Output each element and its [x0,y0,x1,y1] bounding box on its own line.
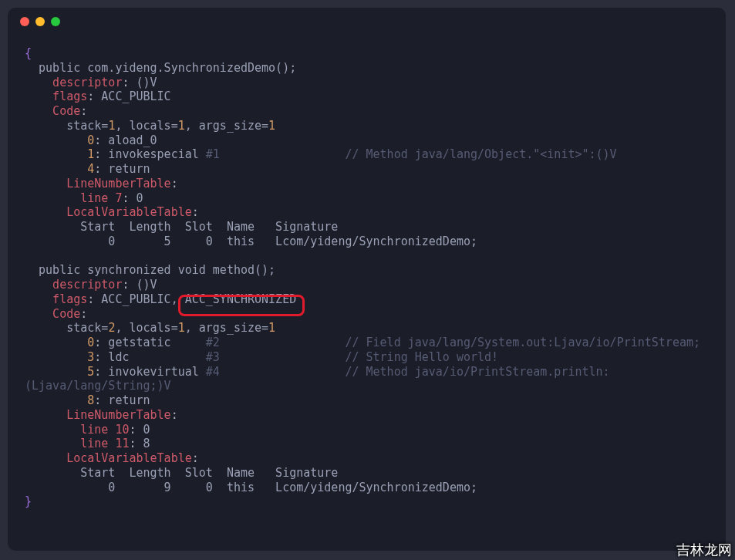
flags-key-2: flags [25,292,87,306]
colon: : [171,408,178,422]
num: 1 [268,321,275,335]
colon: : [94,393,101,407]
line-entry: line 10 [25,423,129,437]
colon: : [80,307,87,321]
num: 1 [178,321,185,335]
code-area: { public com.yideng.SynchronizedDemo(); … [8,35,726,549]
instr: invokevirtual [101,365,205,379]
instr: getstatic [101,336,205,349]
brace-close: } [25,494,32,508]
offset: 8 [87,393,94,407]
colon: : [171,177,178,191]
comment-cont: (Ljava/lang/String;)V [25,379,171,393]
titlebar [8,8,726,35]
offset: 5 [87,365,94,379]
pad [25,365,87,379]
colon: : [94,162,101,176]
stack-line-1: stack= [25,119,108,133]
colon: : [87,89,94,103]
comment: // Method java/lang/Object."<init>":()V [345,147,616,161]
lvt-header-2: Start Length Slot Name Signature [25,466,338,480]
comment: // Field java/lang/System.out:Ljava/io/P… [345,336,700,349]
offset: 4 [87,162,94,176]
localvariabletable-key-1: LocalVariableTable [25,205,192,219]
colon: : [94,365,101,379]
instr: aload_0 [101,133,157,147]
colon: : [192,205,199,219]
sp [220,365,346,379]
brace-open: { [25,46,32,60]
ref: #1 [206,147,220,161]
line-val: 8 [137,437,150,450]
descriptor-key-2: descriptor [25,278,122,292]
pad [25,162,87,176]
colon: : [94,147,101,161]
sp [220,350,346,364]
localvariabletable-key-2: LocalVariableTable [25,451,192,465]
instr: return [101,162,150,176]
comment: // String Hello world! [345,350,498,364]
colon: : [94,133,101,147]
minimize-icon[interactable] [35,17,45,26]
colon: : [129,437,136,450]
pad [25,147,87,161]
ref: #3 [206,350,220,364]
code-key-2: Code [25,307,80,321]
offset: 0 [87,336,94,349]
colon: : [87,292,94,306]
flags-val-2: ACC_PUBLIC, ACC_SYNCHRONIZED [94,292,296,306]
text: , locals= [115,119,177,133]
num: 1 [268,119,275,133]
colon: : [129,423,136,437]
text: , args_size= [185,119,268,133]
text: , locals= [115,321,177,335]
pad [25,133,87,147]
line-val: 0 [137,423,150,437]
sp [220,336,346,349]
line-entry: line 11 [25,437,129,450]
line-entry: line 7 [25,191,122,205]
linenumbertable-key-2: LineNumberTable [25,408,171,422]
line-val: 0 [129,191,143,205]
ref: #2 [206,336,220,349]
method-sig-1: public com.yideng.SynchronizedDemo(); [25,61,296,75]
instr: ldc [101,350,205,364]
code-key-1: Code [25,104,80,118]
maximize-icon[interactable] [51,17,60,26]
lvt-row-1: 0 5 0 this Lcom/yideng/SynchronizedDemo; [25,234,477,248]
comment: // Method java/io/PrintStream.println: [345,365,609,379]
instr: invokespecial [101,147,205,161]
flags-key-1: flags [25,89,87,103]
colon: : [80,104,87,118]
descriptor-key-1: descriptor [25,76,122,89]
terminal-window: { public com.yideng.SynchronizedDemo(); … [8,8,726,551]
offset: 1 [87,147,94,161]
linenumbertable-key-1: LineNumberTable [25,177,171,191]
offset: 3 [87,350,94,364]
lvt-header-1: Start Length Slot Name Signature [25,220,338,234]
flags-val-1: ACC_PUBLIC [94,89,170,103]
text: , args_size= [185,321,268,335]
pad [25,393,87,407]
ref: #4 [206,365,220,379]
pad [25,336,87,349]
colon: : [94,350,101,364]
instr: return [101,393,150,407]
colon: : [192,451,199,465]
descriptor-val-2: ()V [129,278,157,292]
num: 1 [178,119,185,133]
descriptor-val-1: ()V [129,76,157,89]
sp [220,147,346,161]
offset: 0 [87,133,94,147]
lvt-row-2: 0 9 0 this Lcom/yideng/SynchronizedDemo; [25,481,477,494]
colon: : [94,336,101,349]
method-sig-2: public synchronized void method(); [25,263,275,277]
stack-line-2: stack= [25,321,108,335]
pad [25,350,87,364]
close-icon[interactable] [20,17,29,26]
